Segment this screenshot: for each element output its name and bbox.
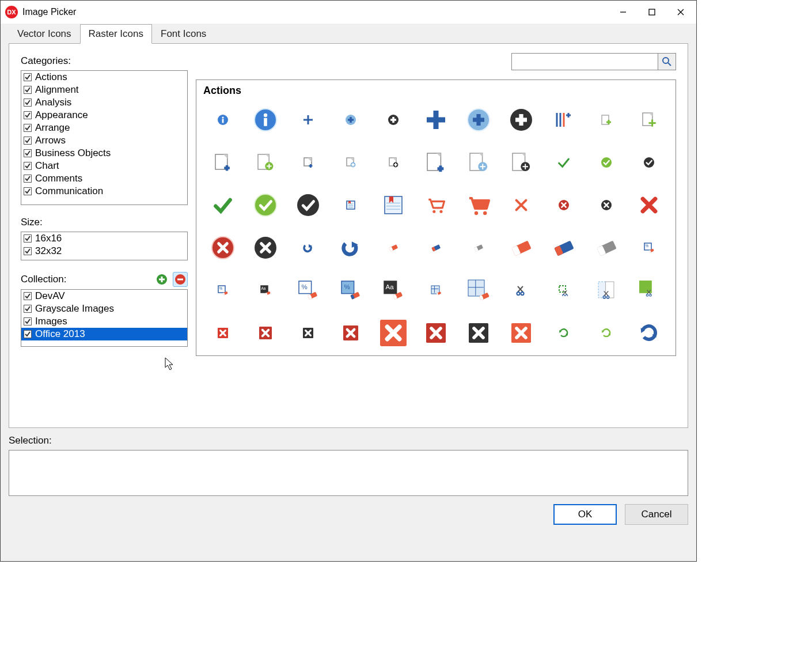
add-item-icon[interactable] [545,107,582,132]
tab-raster-icons[interactable]: Raster Icons [80,24,152,44]
checkbox[interactable] [24,149,32,157]
eraser-red-small-icon[interactable] [375,235,412,260]
search-input[interactable] [511,53,658,70]
list-item[interactable]: Chart [21,160,187,172]
cut-select-large-icon[interactable] [631,278,667,303]
x-square-dark-large-icon[interactable] [460,320,497,346]
list-item[interactable]: Arrows [21,134,187,147]
x-square-red-large-icon[interactable] [418,320,454,346]
add-collection-button[interactable] [154,272,169,287]
plus-circle-dark-large-icon[interactable] [503,107,540,132]
check-thin-icon[interactable] [545,150,582,175]
list-item[interactable]: Images [21,315,187,328]
list-item[interactable]: Actions [21,71,187,84]
x-square-red-small2-icon[interactable] [247,320,284,346]
checkbox[interactable] [24,175,32,183]
page-plus-dark-small-icon[interactable] [375,150,412,175]
refresh-green-small-icon[interactable] [545,320,582,346]
x-circle-red-small-icon[interactable] [545,192,582,218]
cut-small-icon[interactable] [503,278,540,303]
checkbox[interactable] [24,187,32,195]
cancel-button[interactable]: Cancel [625,504,688,525]
checkbox[interactable] [24,162,32,170]
collection-list[interactable]: DevAVGrayscale ImagesImagesOffice 2013 [21,289,188,347]
minimize-button[interactable] [609,1,638,23]
page-plus-circle-large-icon[interactable] [460,150,497,175]
redo-large-icon[interactable] [332,235,369,260]
erase-percent-large-icon[interactable]: % [290,278,327,303]
checkbox[interactable] [24,86,32,94]
erase-percent-large2-icon[interactable]: % [332,278,369,303]
eraser-red-large-icon[interactable] [503,235,540,260]
page-add-green-icon[interactable] [631,107,667,132]
x-square-red-small-icon[interactable] [204,320,241,346]
checkbox[interactable] [24,234,32,243]
list-item[interactable]: Analysis [21,96,187,109]
list-item[interactable]: DevAV [21,290,187,302]
x-square-red-med-icon[interactable] [332,320,369,346]
checkbox[interactable] [24,305,32,313]
x-square-red-big-icon[interactable] [375,320,412,346]
checkbox[interactable] [24,137,32,145]
plus-thick-icon[interactable] [418,107,454,132]
checkbox[interactable] [24,292,32,300]
eraser-gray-large-icon[interactable] [588,235,625,260]
search-button[interactable] [658,53,676,70]
erase-aa-small-icon[interactable]: Aa [247,278,284,303]
page-plus-circle-small-icon[interactable] [332,150,369,175]
list-item[interactable]: 32x32 [21,245,187,258]
cart-outline-icon[interactable] [418,192,454,218]
page-plus-large-icon[interactable] [418,150,454,175]
plus-thin-icon[interactable] [290,107,327,132]
size-list[interactable]: 16x1632x32 [21,232,188,260]
checkbox[interactable] [24,111,32,119]
erase-grid-icon[interactable] [418,278,454,303]
checkbox[interactable] [24,99,32,107]
list-item[interactable]: 16x16 [21,232,187,245]
list-item[interactable]: Grayscale Images [21,302,187,315]
page-add-blue-icon[interactable] [204,150,241,175]
page-add-green-circle-icon[interactable] [247,150,284,175]
close-x-icon[interactable] [503,192,540,218]
erase-grid-large-icon[interactable] [460,278,497,303]
check-circle-dark-large-icon[interactable] [290,192,327,218]
x-red-large-icon[interactable] [631,192,667,218]
close-button[interactable] [666,1,695,23]
remove-collection-button[interactable] [173,272,188,287]
eraser-blue-small-icon[interactable] [418,235,454,260]
list-item[interactable]: Comments [21,172,187,185]
x-circle-red-large-icon[interactable] [204,235,241,260]
selection-box[interactable] [9,450,688,496]
list-item[interactable]: Business Objects [21,147,187,160]
checkbox[interactable] [24,330,32,338]
ok-button[interactable]: OK [553,504,617,525]
redo-small-icon[interactable] [290,235,327,260]
icon-browser[interactable]: Actions %%Aa%%Aa$ [196,79,676,356]
list-item[interactable]: Arrange [21,122,187,134]
cut-select-small-icon[interactable] [545,278,582,303]
x-square-orange-large-icon[interactable] [503,320,540,346]
cart-solid-icon[interactable] [460,192,497,218]
eraser-blue-large-icon[interactable] [545,235,582,260]
list-item[interactable]: Alignment [21,84,187,96]
checkbox[interactable] [24,73,32,81]
x-circle-dark-small-icon[interactable] [588,192,625,218]
erase-percent-small2-icon[interactable]: % [204,278,241,303]
plus-circle-blue-small-icon[interactable] [332,107,369,132]
checkbox[interactable] [24,247,32,255]
list-item[interactable]: Office 2013 [21,328,187,340]
add-page-icon[interactable] [588,107,625,132]
x-square-dark-small-icon[interactable] [290,320,327,346]
info-large-icon[interactable] [247,107,284,132]
refresh-blue-large-icon[interactable] [631,320,667,346]
checkbox[interactable] [24,124,32,132]
check-large-icon[interactable] [204,192,241,218]
erase-aa-large-icon[interactable]: Aa [375,278,412,303]
plus-circle-blue-large-icon[interactable] [460,107,497,132]
tab-font-icons[interactable]: Font Icons [152,24,215,44]
bookmark-page-small-icon[interactable] [332,192,369,218]
categories-list[interactable]: ActionsAlignmentAnalysisAppearanceArrang… [21,70,188,205]
page-plus-small-icon[interactable] [290,150,327,175]
maximize-button[interactable] [638,1,666,23]
x-circle-dark-large-icon[interactable] [247,235,284,260]
